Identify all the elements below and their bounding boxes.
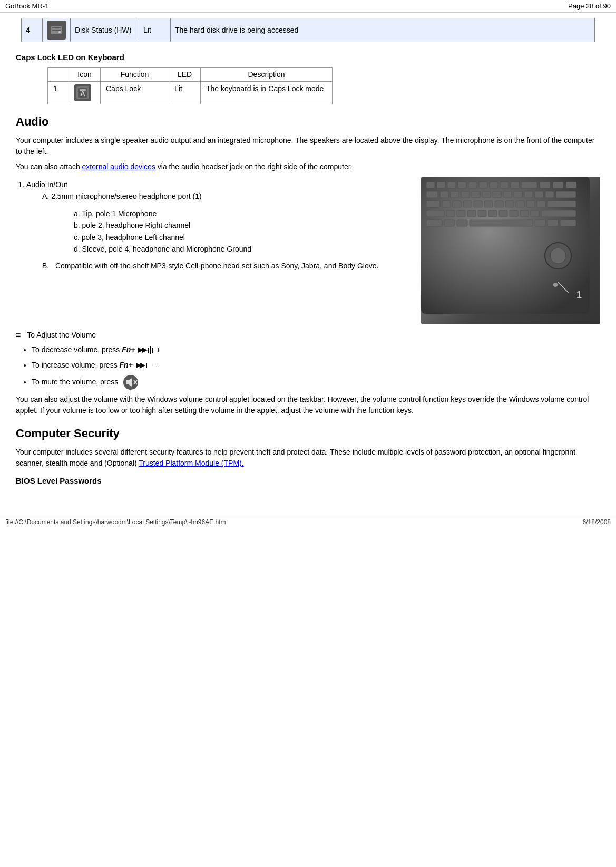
disk-table-row: 4 Disk Status (HW) Lit The hard disk dri…	[22, 18, 595, 42]
caps-table-header-row: Icon Function LED Description	[48, 68, 333, 82]
increase-fn-key: Fn+	[120, 361, 133, 369]
svg-marker-71	[142, 348, 148, 353]
footer-date: 6/18/2008	[583, 518, 611, 526]
caps-col-description: Description	[201, 68, 333, 82]
audio-item-a-text: 2.5mm microphone/stereo headphone port (…	[51, 192, 202, 200]
caps-row-description: The keyboard is in Caps Lock mode	[201, 82, 333, 104]
audio-list-heading: Audio In/Out	[26, 180, 67, 189]
disk-led: Lit	[139, 18, 171, 42]
volume-paragraph: You can also adjust the volume with the …	[16, 394, 600, 416]
mute-icon	[123, 375, 138, 390]
page-number: Page 28 of 90	[568, 2, 611, 10]
audio-item-a: A. 2.5mm microphone/stereo headphone por…	[42, 190, 410, 255]
svg-text:A: A	[80, 90, 85, 98]
caps-row-led: Lit	[169, 82, 201, 104]
svg-rect-63	[547, 220, 558, 226]
svg-rect-43	[516, 201, 524, 207]
svg-marker-76	[140, 363, 145, 368]
svg-rect-37	[453, 201, 461, 207]
audio-pole3: c. pole 3, headphone Left channel	[74, 232, 410, 243]
svg-rect-26	[472, 191, 480, 198]
svg-rect-1	[52, 27, 61, 28]
svg-rect-17	[511, 182, 519, 188]
svg-rect-61	[470, 220, 533, 226]
svg-rect-15	[490, 182, 498, 188]
svg-rect-10	[437, 182, 445, 188]
caps-lock-heading: Caps Lock LED on Keyboard	[16, 53, 600, 62]
svg-rect-30	[514, 191, 522, 198]
increase-prefix: To increase volume, press	[32, 361, 120, 369]
svg-point-3	[58, 31, 61, 33]
svg-rect-13	[468, 182, 477, 188]
svg-rect-55	[520, 210, 529, 217]
svg-rect-44	[526, 201, 535, 207]
caps-row-number: 1	[48, 82, 69, 104]
caps-col-icon: Icon	[69, 68, 101, 82]
audio-item-a-label: A.	[42, 192, 49, 200]
audio-paragraph2: You can also attach external audio devic…	[16, 161, 600, 172]
audio-text-block: Audio In/Out A. 2.5mm microphone/stereo …	[16, 177, 410, 324]
note-icon: ≡	[16, 331, 21, 340]
svg-rect-54	[510, 210, 518, 217]
svg-rect-38	[463, 201, 472, 207]
svg-rect-25	[461, 191, 470, 198]
disk-icon-cell	[43, 18, 71, 42]
page-footer: file://C:\Documents and Settings\harwood…	[0, 515, 616, 529]
audio-item-b-text: Compatible with off-the-shelf MP3-style …	[55, 262, 378, 270]
svg-rect-33	[545, 191, 554, 198]
svg-rect-53	[499, 210, 507, 217]
audio-tip-pole1: a. Tip, pole 1 Microphone	[74, 208, 410, 219]
svg-rect-32	[535, 191, 543, 198]
caps-row-icon: A	[69, 82, 101, 104]
svg-point-69	[553, 283, 558, 287]
disk-row-number: 4	[22, 18, 43, 42]
volume-down-icon	[135, 361, 152, 370]
mute-prefix: To mute the volume, press	[32, 378, 120, 386]
caps-lock-table: Icon Function LED Description 1 A	[47, 67, 333, 104]
external-audio-link[interactable]: external audio devices	[82, 162, 155, 171]
svg-rect-48	[446, 210, 455, 217]
decrease-prefix: To decrease volume, press	[32, 345, 122, 354]
caps-lock-section: Caps Lock LED on Keyboard Icon Function …	[16, 53, 600, 104]
audio-content-area: Audio In/Out A. 2.5mm microphone/stereo …	[16, 177, 600, 324]
audio-sleeve: d. Sleeve, pole 4, headphone and Microph…	[74, 243, 410, 255]
disk-status-table: 4 Disk Status (HW) Lit The hard disk dri…	[21, 18, 595, 42]
audio-pole2: b. pole 2, headphone Right channel	[74, 219, 410, 231]
svg-rect-19	[540, 182, 550, 188]
mute-volume-item: To mute the volume, press	[32, 375, 600, 390]
audio-para2-suffix: via the audio headset jack on the right …	[155, 162, 353, 171]
svg-rect-41	[495, 201, 503, 207]
security-heading: Computer Security	[16, 427, 600, 440]
keyboard-image-inner: 1	[421, 177, 600, 324]
svg-rect-18	[521, 182, 537, 188]
svg-rect-51	[478, 210, 486, 217]
audio-heading: Audio	[16, 115, 600, 129]
svg-rect-64	[560, 220, 576, 226]
audio-item-b-label: B.	[42, 262, 49, 270]
security-para-prefix: Your computer includes several different…	[16, 448, 575, 467]
audio-paragraph1: Your computer includes a single speaker …	[16, 135, 600, 157]
minus-sign: −	[154, 361, 158, 369]
note-text: To Adjust the Volume	[27, 331, 96, 339]
svg-rect-40	[484, 201, 493, 207]
audio-item-b-list: a. Tip, pole 1 Microphone b. pole 2, hea…	[74, 208, 410, 255]
disk-description: The hard disk drive is being accessed	[171, 18, 595, 42]
svg-rect-45	[537, 201, 545, 207]
tpm-link[interactable]: Trusted Platform Module (TPM).	[139, 459, 243, 467]
svg-rect-46	[547, 201, 576, 207]
svg-point-66	[550, 248, 566, 264]
svg-rect-59	[444, 220, 455, 226]
page-title: GoBook MR-1	[5, 2, 48, 10]
page-header: GoBook MR-1 Page 28 of 90	[0, 0, 616, 13]
caps-col-num	[48, 68, 69, 82]
keyboard-image: 1	[421, 177, 600, 324]
svg-rect-16	[500, 182, 509, 188]
svg-rect-7	[80, 89, 86, 91]
svg-rect-14	[479, 182, 487, 188]
svg-rect-56	[531, 210, 539, 217]
svg-rect-2	[52, 30, 61, 31]
svg-rect-62	[535, 220, 545, 226]
audio-list-item1: Audio In/Out A. 2.5mm microphone/stereo …	[26, 179, 410, 272]
volume-up-icon	[137, 345, 154, 355]
audio-list: Audio In/Out A. 2.5mm microphone/stereo …	[26, 179, 410, 272]
